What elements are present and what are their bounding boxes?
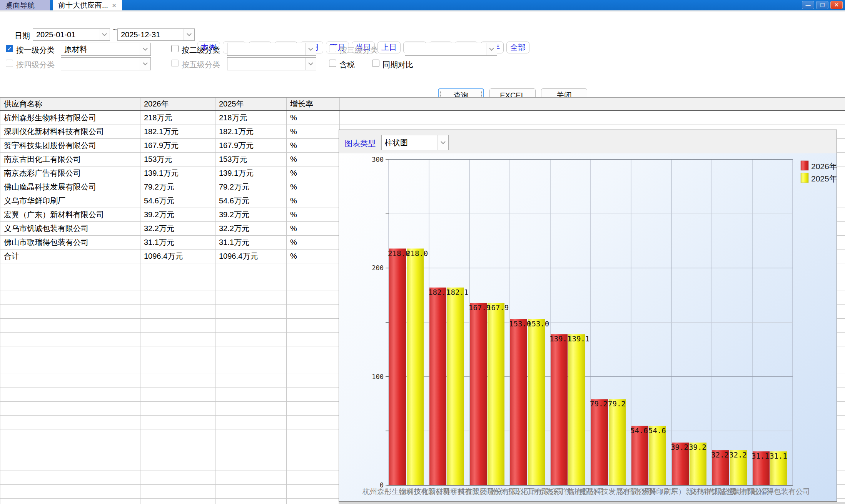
table-cell: 1096.4万元 — [215, 250, 287, 263]
column-header — [340, 98, 845, 110]
table-cell: 义乌市华鲜印刷厂 — [0, 194, 140, 208]
table-cell — [140, 485, 215, 498]
chevron-down-icon[interactable] — [99, 29, 110, 40]
table-cell: 佛山魔晶科技发展有限公司 — [0, 180, 140, 194]
table-cell — [215, 388, 287, 401]
table-cell — [215, 429, 287, 443]
bar-2026-1 — [429, 288, 446, 485]
y-axis-tick-label: 300 — [372, 156, 384, 163]
bar-2025-1 — [447, 288, 464, 485]
table-cell: 31.1万元 — [215, 236, 287, 249]
table-cell — [215, 346, 287, 360]
table-cell: 32.2万元 — [215, 222, 287, 235]
chart-toolbar: 图表类型 柱状图 — [339, 130, 837, 153]
table-cell: 31.1万元 — [140, 236, 215, 249]
cat2-checkbox[interactable] — [171, 45, 179, 52]
table-cell — [215, 443, 287, 457]
cat5-combobox — [227, 57, 316, 70]
tab-desktop-navigation[interactable]: 桌面导航 — [0, 0, 50, 10]
table-cell — [287, 416, 340, 429]
cat4-combobox — [61, 57, 151, 70]
cat2-combobox[interactable] — [227, 43, 316, 56]
y-axis-tick-label: 200 — [372, 264, 384, 272]
minimize-button[interactable]: — — [802, 1, 814, 9]
cat1-checkbox[interactable]: ✓ — [6, 45, 13, 52]
legend-swatch-2026 — [801, 161, 808, 170]
table-cell — [215, 277, 287, 291]
table-cell — [0, 291, 140, 304]
maximize-button[interactable]: ❐ — [816, 1, 828, 9]
cat3-checkbox — [329, 45, 336, 52]
date-to-combobox[interactable]: 2025-12-31 — [117, 28, 195, 41]
table-cell: 合计 — [0, 250, 140, 263]
table-right-border — [843, 97, 843, 504]
chart-type-combobox[interactable]: 柱状图 — [381, 135, 449, 150]
table-cell — [140, 457, 215, 471]
window-controls: — ❐ ✕ — [802, 1, 843, 9]
chevron-down-icon — [140, 58, 150, 70]
table-cell — [140, 443, 215, 457]
bar-2025-3 — [528, 319, 545, 485]
date-quick-button-12[interactable]: 全部 — [506, 42, 529, 53]
table-cell — [215, 471, 287, 484]
table-cell — [287, 457, 340, 471]
date-label: 日期 — [15, 31, 30, 41]
table-cell — [140, 277, 215, 291]
table-cell — [140, 471, 215, 484]
close-icon: ✕ — [834, 2, 839, 8]
bar-value-label-2025: 139.1 — [568, 334, 589, 343]
cat1-combobox[interactable]: 原材料 — [61, 43, 151, 56]
table-cell: % — [287, 194, 340, 208]
table-cell — [140, 305, 215, 318]
table-cell — [215, 485, 287, 498]
table-cell — [140, 360, 215, 374]
cat5-label: 按五级分类 — [182, 60, 220, 70]
chart-canvas: 0100200300218.0218.0182.1182.1167.9167.9… — [339, 153, 837, 501]
title-bar: 桌面导航 前十大供应商... × — ❐ ✕ — [0, 0, 845, 10]
table-cell: 佛山市歌瑞得包装有公司 — [0, 236, 140, 249]
table-cell: % — [287, 111, 340, 125]
tab-top-ten-suppliers[interactable]: 前十大供应商... × — [53, 0, 122, 10]
table-cell: 南京杰彩广告有限公司 — [0, 166, 140, 180]
table-cell: 182.1万元 — [140, 125, 215, 138]
date-quick-button-7[interactable]: 上日 — [377, 42, 401, 53]
table-cell — [287, 277, 340, 291]
cat4-label: 按四级分类 — [16, 60, 55, 70]
table-cell — [215, 360, 287, 374]
date-from-combobox[interactable]: 2025-01-01 — [33, 28, 110, 41]
date-range-separator: ~ — [113, 25, 117, 34]
chevron-down-icon[interactable] — [305, 43, 316, 55]
table-cell: 39.2万元 — [140, 208, 215, 221]
table-cell — [215, 319, 287, 332]
date-from-value: 2025-01-01 — [33, 30, 99, 39]
chevron-down-icon[interactable] — [184, 29, 194, 40]
table-cell — [140, 429, 215, 443]
table-cell: 1096.4万元 — [140, 250, 215, 263]
tab-close-icon[interactable]: × — [112, 2, 117, 9]
table-cell: 杭州森彤生物科技有限公司 — [0, 111, 140, 125]
bar-value-label-2025: 31.1 — [770, 452, 787, 460]
table-cell — [215, 416, 287, 429]
chevron-down-icon[interactable] — [438, 135, 448, 150]
column-header: 供应商名称 — [0, 98, 140, 110]
close-button[interactable]: ✕ — [830, 1, 843, 9]
table-cell — [140, 263, 215, 277]
table-cell — [0, 499, 140, 504]
bar-value-label-2025: 32.2 — [729, 451, 747, 459]
bar-2025-5 — [609, 399, 626, 485]
table-cell — [215, 305, 287, 318]
chevron-down-icon[interactable] — [140, 43, 150, 55]
table-cell — [287, 263, 340, 277]
yoy-checkbox[interactable] — [372, 60, 379, 67]
bar-value-label-2025: 54.6 — [648, 426, 666, 435]
table-row-0[interactable]: 杭州森彤生物科技有限公司218万元218万元% — [0, 111, 845, 125]
bar-2026-3 — [510, 319, 527, 485]
tax-checkbox[interactable] — [329, 60, 336, 67]
table-cell — [287, 443, 340, 457]
table-cell — [215, 457, 287, 471]
bar-value-label-2026: 31.1 — [751, 452, 769, 460]
table-cell — [0, 277, 140, 291]
table-cell — [215, 333, 287, 346]
table-cell — [287, 319, 340, 332]
bar-value-label-2025: 153.0 — [527, 319, 549, 328]
